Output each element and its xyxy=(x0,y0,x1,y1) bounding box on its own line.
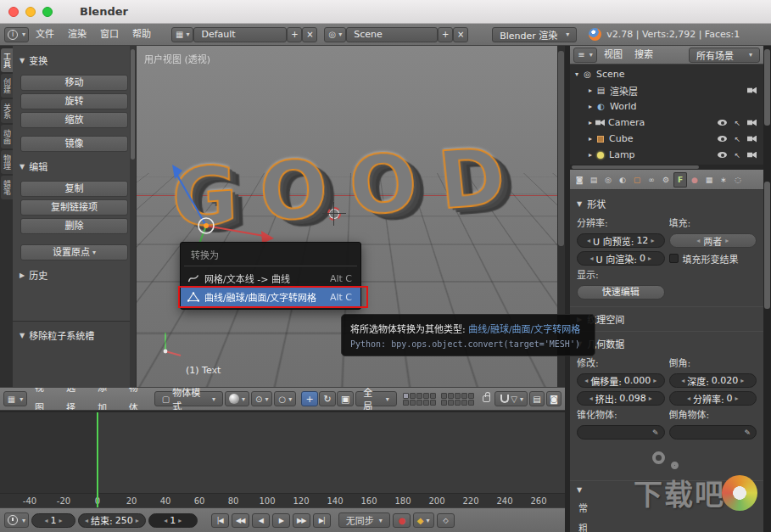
current-frame-field[interactable]: ◂ 1 ▸ xyxy=(148,513,198,528)
render-u-field[interactable]: ◂ U 向渲染: 0 ▸ xyxy=(577,251,665,266)
tab-tools[interactable]: 工具 xyxy=(1,48,13,72)
stepper-left-icon[interactable]: ◂ xyxy=(589,395,593,402)
renderability-icon[interactable] xyxy=(747,87,757,94)
expand-icon[interactable]: ▸ xyxy=(589,135,592,143)
renderability-icon[interactable] xyxy=(747,136,757,143)
stepper-left-icon[interactable]: ◂ xyxy=(687,395,690,402)
stepper-right-icon[interactable]: ▸ xyxy=(740,377,744,384)
stepper-left-icon[interactable]: ◂ xyxy=(584,377,588,384)
lock-icon[interactable] xyxy=(483,395,491,402)
menu-window[interactable]: 窗口 xyxy=(93,25,126,45)
layer-cell[interactable] xyxy=(410,393,416,399)
viewport-shading-dropdown[interactable]: ▾ xyxy=(225,391,249,406)
texture-space-panel-header[interactable]: ▶ 纹理空间 xyxy=(570,306,763,331)
timeline[interactable]: -40 -20 0 20 40 60 80 100 120 140 160 18… xyxy=(0,412,565,507)
delete-layout-button[interactable]: × xyxy=(302,27,317,42)
translate-button[interactable]: 移动 xyxy=(20,75,128,91)
tab-object-data[interactable]: F xyxy=(673,172,687,188)
layer-cell[interactable] xyxy=(468,393,474,399)
menu-add[interactable]: 添加 xyxy=(92,387,121,411)
visibility-eye-icon[interactable] xyxy=(718,120,727,126)
taper-object-field[interactable]: ✎ xyxy=(577,425,665,440)
start-frame-field[interactable]: ◂ 1 ▸ xyxy=(31,513,75,528)
menu-select[interactable]: 选择 xyxy=(60,387,90,411)
screen-layout-browse-button[interactable]: ▦ ▾ xyxy=(171,27,193,42)
geometry-panel-header[interactable]: ▼ 几何数据 xyxy=(570,331,763,356)
expand-icon[interactable]: ▾ xyxy=(575,70,578,78)
fill-mode-dropdown[interactable]: ◂ 两者 ▸ xyxy=(669,233,757,248)
editor-type-outliner-button[interactable]: ≡ ▾ xyxy=(573,48,597,63)
layer-cell[interactable] xyxy=(416,393,422,399)
tab-render[interactable]: ◙ xyxy=(573,172,586,188)
layer-cell[interactable] xyxy=(410,400,416,406)
layer-cell[interactable] xyxy=(403,393,409,399)
layer-cell[interactable] xyxy=(461,393,467,399)
layer-cell[interactable] xyxy=(403,400,409,406)
renderability-icon[interactable] xyxy=(747,120,757,126)
renderability-icon[interactable] xyxy=(747,152,757,159)
outliner-row-lamp[interactable]: ▸ Lamp ↖ xyxy=(570,147,763,163)
tab-physics[interactable]: ◌ xyxy=(731,172,745,188)
scene-name-field[interactable]: Scene xyxy=(346,27,438,42)
scene-browse-button[interactable]: ◎ ▾ xyxy=(324,27,346,42)
eyedropper-icon[interactable]: ✎ xyxy=(652,428,659,437)
menu-object[interactable]: 物体 xyxy=(123,387,153,411)
stepper-right-icon[interactable]: ▸ xyxy=(653,377,656,384)
scale-button[interactable]: 缩放 xyxy=(20,112,128,128)
menu-help[interactable]: 帮助 xyxy=(126,25,158,45)
operator-panel-header[interactable]: ▼ 移除粒子系统槽 xyxy=(13,323,136,347)
stepper-right-icon[interactable]: ▸ xyxy=(648,255,651,262)
menu-render[interactable]: 渲染 xyxy=(61,25,93,45)
outliner-row-world[interactable]: ▸ ◐ World xyxy=(570,98,763,115)
delete-button[interactable]: 删除 xyxy=(20,218,128,234)
menu-item-curve-to-mesh[interactable]: 曲线/融球/曲面/文字转网格 Alt C xyxy=(181,288,360,306)
expand-icon[interactable]: ▸ xyxy=(589,103,592,110)
mode-dropdown[interactable]: ▢ 物体模式 ▾ xyxy=(154,391,223,406)
expand-icon[interactable]: ▸ xyxy=(589,151,592,159)
stepper-left-icon[interactable]: ◂ xyxy=(45,517,48,524)
tab-grease-pencil[interactable]: 蜡笔 xyxy=(1,176,13,199)
manipulator-rotate-button[interactable]: ↻ xyxy=(319,391,336,406)
tab-physics[interactable]: 物理 xyxy=(1,150,13,174)
layer-cell[interactable] xyxy=(441,393,447,399)
zoom-window-button[interactable] xyxy=(42,7,53,17)
tab-create[interactable]: 创建 xyxy=(1,74,13,98)
stepper-left-icon[interactable]: ◂ xyxy=(696,237,700,244)
editor-type-timeline-button[interactable]: ▾ xyxy=(4,512,29,528)
layer-cell[interactable] xyxy=(441,400,447,406)
manipulator-translate-button[interactable]: + xyxy=(301,391,318,406)
layer-cell[interactable] xyxy=(430,400,436,406)
toolshelf-scrollbar[interactable] xyxy=(130,46,136,387)
tab-modifiers[interactable]: ⚙ xyxy=(659,172,673,188)
menu-view[interactable]: 视图 xyxy=(599,47,628,64)
duplicate-button[interactable]: 复制 xyxy=(20,181,128,197)
outliner-display-dropdown[interactable]: 所有场景 ▾ xyxy=(689,48,760,63)
add-layout-button[interactable]: + xyxy=(287,27,302,42)
layer-cell[interactable] xyxy=(416,400,422,406)
menu-item-mesh-to-curve[interactable]: 网格/文本线 -> 曲线 Alt C xyxy=(181,269,360,288)
jump-to-start-button[interactable]: |◀ xyxy=(211,513,229,528)
add-scene-button[interactable]: + xyxy=(438,27,453,42)
stepper-right-icon[interactable]: ▸ xyxy=(725,237,729,244)
tab-animation[interactable]: 动画 xyxy=(1,125,13,148)
tab-material[interactable]: ● xyxy=(688,172,701,188)
selectability-icon[interactable]: ↖ xyxy=(734,135,740,143)
keying-set-dropdown[interactable]: ◆ ▾ xyxy=(413,512,434,528)
layer-cell[interactable] xyxy=(461,400,467,406)
layer-cell[interactable] xyxy=(430,393,436,399)
tab-texture[interactable]: ▦ xyxy=(702,172,716,188)
selectability-icon[interactable]: ↖ xyxy=(734,151,740,160)
extrude-field[interactable]: ◂ 挤出: 0.098 ▸ xyxy=(577,391,665,406)
eyedropper-icon[interactable]: ✎ xyxy=(744,428,751,437)
jump-to-end-button[interactable]: ▶| xyxy=(313,513,331,528)
tab-render-layers[interactable]: ▤ xyxy=(587,172,601,188)
preview-u-field[interactable]: ◂ U 向预览: 12 ▸ xyxy=(577,233,665,248)
play-button[interactable]: ▶ xyxy=(272,513,290,528)
tab-world[interactable]: ◐ xyxy=(616,172,629,188)
outliner-row-scene[interactable]: ▾ ◎ Scene xyxy=(570,66,763,82)
stepper-right-icon[interactable]: ▸ xyxy=(651,237,654,244)
offset-field[interactable]: ◂ 偏移量: 0.000 ▸ xyxy=(577,373,665,388)
fast-edit-button[interactable]: 快速编辑 xyxy=(577,285,665,300)
manipulator-scale-button[interactable]: ▣ xyxy=(337,391,354,406)
bevel-object-field[interactable]: ✎ xyxy=(669,425,757,440)
